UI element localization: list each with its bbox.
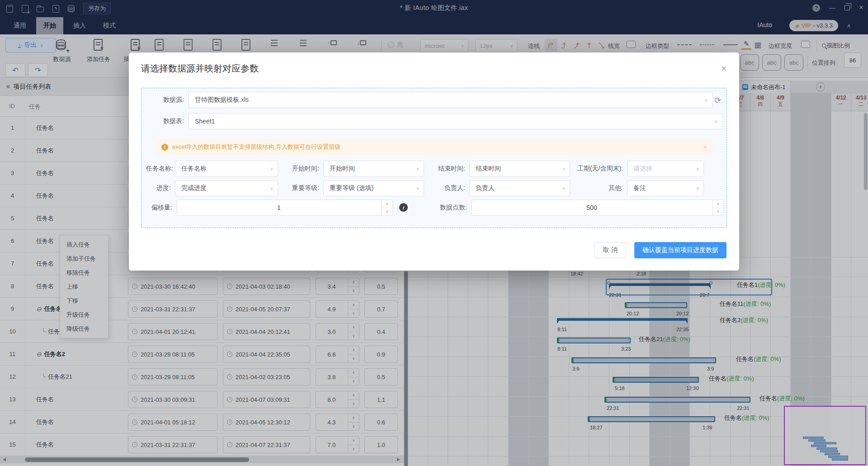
chevron-down-icon: ∨ (270, 185, 274, 191)
mapping-field: 工期(天/含周末):请选择∨ (570, 161, 704, 177)
mapping-field-value: 完成进度 (181, 184, 207, 192)
offset-input[interactable]: 1 ∧∨ (177, 200, 393, 216)
step-up-icon[interactable]: ∧ (382, 200, 392, 208)
mapping-field-label: 其他: (570, 184, 627, 192)
mapping-field-label: 任务名称: (146, 165, 175, 173)
confirm-button[interactable]: 确认覆盖当前项目进度数据 (634, 242, 726, 258)
dialog-title: 请选择数据源并映射对应参数 (141, 62, 259, 75)
mapping-field-select[interactable]: 负责人∨ (469, 180, 570, 196)
data-source-dialog: 请选择数据源并映射对应参数 × 数据源: 甘特图数据模板.xls∨ ⟳ 数据表:… (129, 52, 739, 271)
mapping-field-value: 任务名称 (181, 165, 207, 173)
mapping-field: 进度:完成进度∨ (146, 180, 278, 196)
mapping-field: 重要等级:重要等级 (选填)∨ (278, 180, 424, 196)
step-down-icon[interactable]: ∨ (712, 208, 723, 216)
mapping-field-select[interactable]: 备注∨ (627, 180, 704, 196)
mapping-field-value: 备注 (633, 184, 646, 192)
refresh-icon[interactable]: ⟳ (714, 95, 721, 105)
warning-banner: ! excel导入的数据目前暂不支持层级结构,导入数据可自行设置层级 × (155, 139, 712, 155)
mapping-field: 开始时间:开始时间∨ (278, 161, 424, 177)
mapping-field: 结束时间:结束时间∨ (424, 161, 570, 177)
mapping-field-label: 重要等级: (278, 184, 323, 192)
chevron-down-icon: ∨ (416, 166, 420, 172)
mapping-field-select[interactable]: 开始时间∨ (323, 161, 424, 177)
dialog-close-icon[interactable]: × (721, 63, 726, 74)
mapping-field-value: 重要等级 (选填) (330, 184, 373, 192)
mapping-field-value: 负责人 (476, 184, 495, 192)
cancel-button[interactable]: 取 消 (594, 242, 626, 258)
mapping-field-label: 结束时间: (424, 165, 469, 173)
chevron-down-icon: ∨ (696, 166, 699, 172)
mapping-field-label: 负责人: (424, 184, 469, 192)
source-select[interactable]: 甘特图数据模板.xls∨ (189, 92, 713, 108)
mapping-field-label: 开始时间: (278, 165, 323, 173)
step-up-icon[interactable]: ∧ (712, 200, 723, 208)
source-label: 数据源: (146, 92, 184, 108)
offset-label: 偏移量: (146, 200, 172, 216)
info-icon[interactable]: i (399, 203, 408, 212)
points-label: 数据点数: (431, 200, 467, 216)
mapping-field-select[interactable]: 请选择∨ (627, 161, 704, 177)
app-window: 另存为 * 新 IAuto 绘图文件.iax ? — × 通用开始插入模式 IA… (0, 0, 868, 466)
mapping-field: 负责人:负责人∨ (424, 180, 570, 196)
chevron-down-icon: ∨ (696, 185, 699, 191)
mapping-field: 其他:备注∨ (570, 180, 704, 196)
mapping-field-select[interactable]: 结束时间∨ (469, 161, 570, 177)
chevron-down-icon: ∨ (416, 185, 420, 191)
mapping-field-value: 结束时间 (476, 165, 501, 173)
chevron-down-icon: ∨ (562, 166, 566, 172)
mapping-field-value: 开始时间 (330, 165, 355, 173)
points-input[interactable]: 500 ∧∨ (472, 200, 724, 216)
sheet-select[interactable]: Sheet1∨ (189, 113, 723, 129)
warning-icon: ! (161, 144, 168, 151)
chevron-down-icon: ∨ (562, 185, 566, 191)
mapping-field-select[interactable]: 重要等级 (选填)∨ (323, 180, 424, 196)
mapping-field-select[interactable]: 完成进度∨ (175, 180, 278, 196)
step-down-icon[interactable]: ∨ (382, 208, 392, 216)
warning-close-icon[interactable]: × (703, 143, 707, 151)
mapping-field: 任务名称:任务名称∨ (146, 161, 278, 177)
sheet-label: 数据表: (146, 113, 184, 129)
mapping-field-label: 进度: (146, 184, 175, 192)
mapping-field-value: 请选择 (633, 165, 652, 173)
mapping-field-select[interactable]: 任务名称∨ (175, 161, 278, 177)
mapping-field-label: 工期(天/含周末): (570, 165, 627, 173)
mapping-section: 数据源: 甘特图数据模板.xls∨ ⟳ 数据表: Sheet1∨ ! excel… (141, 88, 727, 228)
chevron-down-icon: ∨ (270, 166, 274, 172)
